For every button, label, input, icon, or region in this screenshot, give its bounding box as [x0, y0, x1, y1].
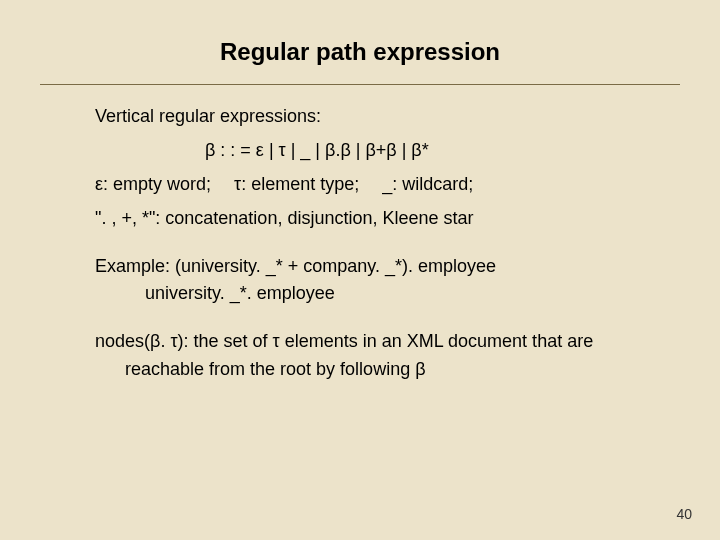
slide: Regular path expression Vertical regular…	[0, 0, 720, 540]
nodes-line-1: nodes(β. τ): the set of τ elements in an…	[95, 328, 670, 356]
intro-line: Vertical regular expressions:	[95, 103, 670, 131]
def-tau: τ: element type;	[234, 174, 359, 194]
def-underscore: _: wildcard;	[382, 174, 473, 194]
def-epsilon: ε: empty word;	[95, 174, 211, 194]
definitions-line-1: ε: empty word; τ: element type; _: wildc…	[95, 171, 670, 199]
slide-title: Regular path expression	[40, 38, 680, 66]
nodes-line-2: reachable from the root by following β	[95, 356, 670, 384]
example-sub: university. _*. employee	[95, 280, 670, 308]
definitions-line-2: ". , +, *": concatenation, disjunction, …	[95, 205, 670, 233]
title-rule	[40, 84, 680, 85]
page-number: 40	[676, 506, 692, 522]
example-line: Example: (university. _* + company. _*).…	[95, 253, 670, 281]
grammar-line: β : : = ε | τ | _ | β.β | β+β | β*	[95, 137, 670, 165]
slide-body: Vertical regular expressions: β : : = ε …	[40, 103, 680, 384]
